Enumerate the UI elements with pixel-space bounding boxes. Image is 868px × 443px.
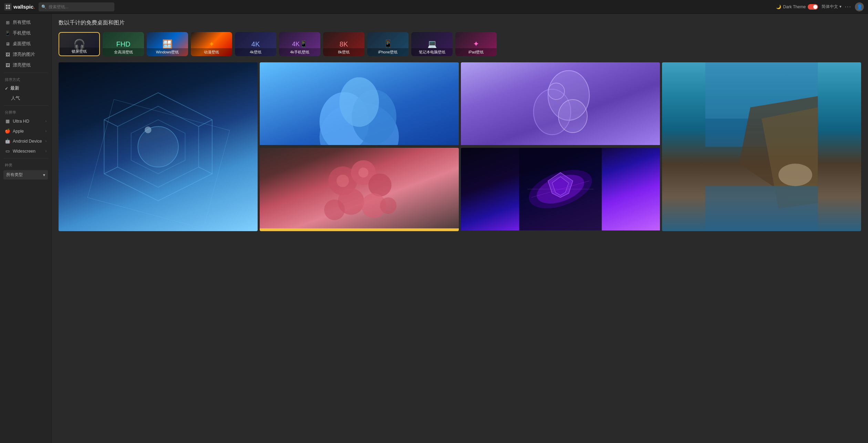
avatar[interactable]: 👤: [855, 2, 864, 11]
logo[interactable]: wallspic.: [4, 3, 35, 11]
lang-selector[interactable]: 简体中文 ▾: [822, 4, 841, 10]
svg-marker-6: [131, 120, 185, 174]
sidebar-item-android[interactable]: 🤖 Android Device ›: [0, 136, 51, 146]
sort-section-label: 排序方式: [0, 75, 51, 83]
wallpaper-item-tech-cube[interactable]: [59, 62, 258, 231]
category-label: 4k手机壁纸: [279, 48, 320, 56]
svg-rect-2: [6, 7, 8, 9]
sidebar-item-ultra-hd[interactable]: ▦ Ultra HD ›: [0, 116, 51, 126]
page-title: 数以千计的免费桌面和图片: [59, 19, 861, 27]
chevron-down-icon: ▾: [839, 4, 841, 9]
svg-point-32: [324, 199, 345, 220]
main-layout: ⊞ 所有壁纸 📱 手机壁纸 🖥 桌面壁纸 🖼 漂亮的图片 🖼 漂亮壁纸 排序方式…: [0, 14, 868, 443]
svg-point-11: [138, 126, 178, 167]
svg-point-19: [558, 100, 587, 133]
category-4k[interactable]: 4K 4k壁纸: [235, 32, 276, 56]
type-dropdown[interactable]: 所有类型 ▾: [3, 170, 48, 179]
chevron-right-icon: ›: [45, 139, 46, 143]
svg-point-12: [145, 126, 152, 133]
category-label: Windows壁纸: [147, 48, 188, 56]
sidebar-item-widescreen[interactable]: ▭ Widescreen ›: [0, 146, 51, 156]
category-4k-mobile[interactable]: 4K📱 4k手机壁纸: [279, 32, 320, 56]
grid-icon: ⊞: [5, 20, 10, 25]
sidebar-label: Apple: [13, 129, 24, 134]
svg-point-29: [368, 173, 391, 196]
sidebar-label: Ultra HD: [13, 119, 29, 124]
desktop-icon: 🖥: [5, 41, 10, 47]
search-icon: 🔍: [41, 4, 46, 9]
category-label: 全高清壁纸: [103, 48, 144, 56]
sidebar-item-desktop-wallpapers[interactable]: 🖥 桌面壁纸: [0, 39, 51, 49]
header: wallspic. 🔍 🌙 Dark Theme 简体中文 ▾ ··· 👤: [0, 0, 868, 14]
category-iphone[interactable]: 📱 iPhone壁纸: [367, 32, 409, 56]
chevron-right-icon: ›: [45, 149, 46, 153]
sidebar-label: 桌面壁纸: [13, 41, 31, 47]
sidebar-divider-2: [3, 105, 48, 106]
sidebar-divider-1: [3, 73, 48, 73]
resolution-section-label: 分辨率: [0, 108, 51, 116]
svg-point-34: [337, 175, 349, 187]
wallpaper-icon: 🖼: [5, 63, 10, 68]
category-lock-screen[interactable]: 🎧 锁屏壁纸: [59, 32, 100, 56]
category-windows[interactable]: 🪟 Windows壁纸: [147, 32, 188, 56]
svg-line-9: [199, 120, 212, 127]
svg-rect-3: [8, 7, 10, 9]
sort-label: 最新: [10, 85, 19, 91]
wallpaper-item-cliff-ocean[interactable]: [662, 62, 861, 231]
check-icon: ✓: [5, 86, 8, 91]
moon-icon: 🌙: [776, 4, 781, 9]
wallpaper-item-flowers[interactable]: [260, 148, 459, 231]
type-label: 种类: [0, 161, 51, 169]
search-bar[interactable]: 🔍: [39, 2, 114, 11]
apple-icon: 🍎: [5, 128, 10, 134]
sidebar-label: Android Device: [13, 139, 42, 144]
category-8k[interactable]: 8K 8k壁纸: [323, 32, 364, 56]
sidebar: ⊞ 所有壁纸 📱 手机壁纸 🖥 桌面壁纸 🖼 漂亮的图片 🖼 漂亮壁纸 排序方式…: [0, 14, 52, 443]
sort-item-popular[interactable]: 人气: [0, 93, 51, 103]
yellow-indicator: [260, 228, 459, 231]
category-fhd[interactable]: FHD 全高清壁纸: [103, 32, 144, 56]
sidebar-divider-3: [3, 158, 48, 158]
chevron-right-icon: ›: [45, 119, 46, 123]
lang-label: 简体中文: [822, 4, 838, 9]
sidebar-label: 漂亮壁纸: [13, 62, 31, 68]
chevron-right-icon: ›: [45, 129, 46, 133]
svg-point-20: [548, 83, 565, 100]
category-laptop[interactable]: 💻 笔记本电脑壁纸: [411, 32, 453, 56]
sidebar-item-beautiful-pictures[interactable]: 🖼 漂亮的图片: [0, 49, 51, 60]
category-label: iPhone壁纸: [367, 48, 409, 56]
dark-theme-switch[interactable]: [808, 4, 818, 10]
category-label: iPad壁纸: [455, 48, 497, 56]
svg-line-10: [199, 167, 212, 174]
sidebar-item-mobile-wallpapers[interactable]: 📱 手机壁纸: [0, 28, 51, 39]
chevron-down-icon: ▾: [43, 173, 45, 177]
sort-item-latest[interactable]: ✓ 最新: [0, 83, 51, 93]
svg-rect-25: [705, 186, 818, 231]
logo-text: wallspic.: [13, 4, 35, 10]
dark-theme-toggle[interactable]: 🌙 Dark Theme: [776, 4, 818, 10]
sidebar-item-apple[interactable]: 🍎 Apple ›: [0, 126, 51, 136]
category-label: 8k壁纸: [323, 48, 364, 56]
android-icon: 🤖: [5, 138, 10, 144]
sidebar-label: Widescreen: [13, 149, 35, 154]
svg-rect-1: [8, 5, 10, 7]
sidebar-item-beautiful-wallpapers[interactable]: 🖼 漂亮壁纸: [0, 60, 51, 71]
svg-marker-4: [104, 93, 212, 201]
svg-line-8: [104, 167, 117, 174]
svg-marker-5: [117, 106, 198, 187]
sidebar-label: 所有壁纸: [13, 20, 31, 25]
wallpaper-item-rog-abstract[interactable]: [461, 148, 660, 231]
sidebar-item-all-wallpapers[interactable]: ⊞ 所有壁纸: [0, 17, 51, 28]
mobile-icon: 📱: [5, 31, 10, 36]
category-label: 笔记本电脑壁纸: [411, 48, 453, 56]
svg-rect-0: [6, 5, 8, 7]
sidebar-label: 漂亮的图片: [13, 52, 35, 58]
category-ipad[interactable]: ✦ iPad壁纸: [455, 32, 497, 56]
ultra-hd-icon: ▦: [5, 119, 10, 124]
svg-point-33: [380, 197, 396, 214]
more-button[interactable]: ···: [845, 4, 851, 10]
wallpaper-item-glass-shapes[interactable]: [461, 62, 660, 146]
wallpaper-item-blue-fluff[interactable]: [260, 62, 459, 146]
search-input[interactable]: [49, 4, 107, 9]
category-anime[interactable]: ✦ 动漫壁纸: [191, 32, 232, 56]
